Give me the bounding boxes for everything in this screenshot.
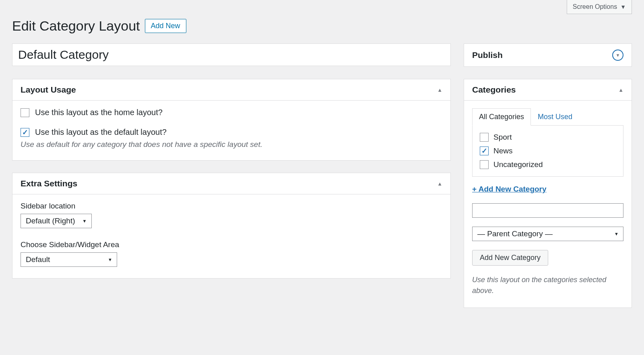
publish-panel: Publish ▼: [464, 43, 632, 67]
collapse-icon[interactable]: ▲: [618, 87, 623, 93]
screen-options-button[interactable]: Screen Options ▼: [567, 0, 632, 14]
sidebar-location-select[interactable]: Default (Right): [21, 214, 92, 228]
collapse-icon[interactable]: ▲: [437, 181, 442, 187]
add-new-category-link[interactable]: + Add New Category: [472, 185, 547, 194]
add-new-button[interactable]: Add New: [145, 19, 186, 33]
category-checkbox-news[interactable]: [480, 147, 489, 155]
title-input[interactable]: [12, 43, 451, 66]
default-layout-hint: Use as default for any category that doe…: [21, 140, 442, 149]
home-layout-checkbox[interactable]: [21, 108, 29, 117]
publish-title: Publish: [472, 50, 503, 60]
tab-all-categories[interactable]: All Categories: [472, 108, 531, 126]
layout-usage-title: Layout Usage: [21, 85, 76, 95]
categories-hint: Use this layout on the categories select…: [472, 275, 623, 296]
page-title: Edit Category Layout: [12, 18, 140, 34]
new-category-input[interactable]: [472, 203, 623, 218]
publish-toggle-button[interactable]: ▼: [612, 50, 623, 61]
extra-settings-panel: Extra Settings ▲ Sidebar location Defaul…: [12, 173, 451, 279]
category-label: Sport: [493, 133, 512, 142]
categories-title: Categories: [472, 85, 516, 95]
layout-usage-panel: Layout Usage ▲ Use this layout as the ho…: [12, 79, 451, 161]
categories-panel: Categories ▲ All Categories Most Used Sp…: [464, 79, 632, 308]
category-checkbox-uncategorized[interactable]: [480, 160, 489, 169]
add-new-category-button[interactable]: Add New Category: [472, 250, 548, 266]
collapse-icon[interactable]: ▲: [437, 87, 442, 93]
tab-most-used[interactable]: Most Used: [531, 108, 579, 126]
chevron-down-icon: ▼: [620, 4, 626, 10]
category-label: Uncategorized: [493, 160, 543, 169]
sidebar-widget-select[interactable]: Default: [21, 252, 117, 267]
category-label: News: [493, 147, 513, 155]
default-layout-label: Use this layout as the default layout?: [35, 128, 167, 137]
category-checkbox-sport[interactable]: [480, 133, 489, 142]
parent-category-select[interactable]: — Parent Category —: [472, 227, 623, 241]
screen-options-label: Screen Options: [573, 3, 617, 10]
sidebar-widget-label: Choose Sidebar/Widget Area: [21, 240, 442, 249]
default-layout-checkbox[interactable]: [21, 128, 29, 137]
home-layout-label: Use this layout as the home layout?: [35, 108, 163, 117]
sidebar-location-label: Sidebar location: [21, 202, 442, 211]
chevron-down-icon: ▼: [616, 53, 620, 58]
extra-settings-title: Extra Settings: [21, 179, 77, 188]
